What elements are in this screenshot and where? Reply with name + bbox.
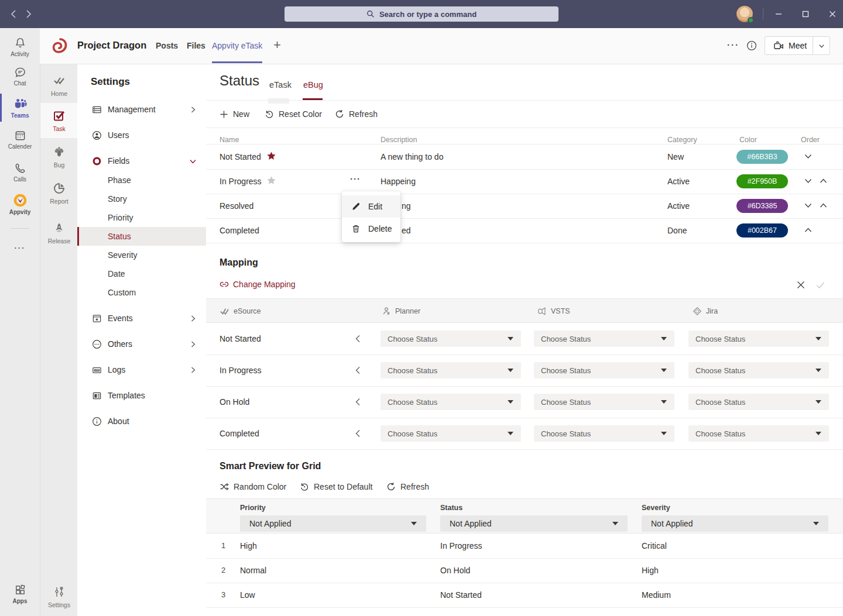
rail-item-chat[interactable]: Chat xyxy=(0,62,40,90)
active-tab-underline xyxy=(212,61,262,63)
channel-header: Project Dragon Posts Files Appvity eTask… xyxy=(40,28,843,64)
context-menu-edit[interactable]: Edit xyxy=(342,195,400,218)
settings-subitem-phase[interactable]: Phase xyxy=(77,171,206,190)
context-menu-delete[interactable]: Delete xyxy=(342,218,400,240)
row-more-button[interactable]: ··· xyxy=(350,174,361,184)
choose-status-dropdown[interactable]: Choose Status xyxy=(688,331,829,347)
settings-item-about[interactable]: About xyxy=(77,408,206,434)
priority-filter-dropdown[interactable]: Not Applied xyxy=(240,515,426,532)
settings-item-logs[interactable]: LOG Logs xyxy=(77,357,206,383)
tab-etask[interactable]: eTask xyxy=(269,80,292,90)
confirm-mapping-icon[interactable] xyxy=(815,280,825,290)
reset-to-default-button[interactable]: Reset to Default xyxy=(300,475,372,498)
rail-item-apps[interactable]: Apps xyxy=(0,580,40,608)
rail-item-activity[interactable]: Activity xyxy=(0,33,40,61)
forward-icon[interactable] xyxy=(22,8,34,20)
order-up-icon[interactable] xyxy=(804,226,813,234)
add-tab-button[interactable]: + xyxy=(273,37,281,53)
status-row[interactable]: Not Started A new thing to do New #66B3B… xyxy=(206,144,843,169)
mapping-column-vsts: VSTS xyxy=(537,299,570,324)
dropdown-arrow-icon xyxy=(661,337,667,340)
channel-more-button[interactable]: ··· xyxy=(727,40,739,50)
status-filter-dropdown[interactable]: Not Applied xyxy=(440,515,628,532)
order-up-icon[interactable] xyxy=(819,202,828,209)
settings-subitem-date[interactable]: Date xyxy=(77,264,206,283)
rail-item-calls[interactable]: Calls xyxy=(0,158,40,186)
module-item-bug[interactable]: Bug xyxy=(40,139,78,174)
random-color-button[interactable]: Random Color xyxy=(220,475,286,498)
order-down-icon[interactable] xyxy=(804,177,813,185)
pencil-icon xyxy=(351,202,361,211)
rail-more-button[interactable]: ··· xyxy=(0,243,40,252)
favorite-star-icon[interactable] xyxy=(266,151,276,161)
reset-color-button[interactable]: Reset Color xyxy=(265,101,322,128)
module-item-report[interactable]: Report xyxy=(40,175,78,211)
settings-subitem-custom[interactable]: Custom xyxy=(77,283,206,302)
settings-subitem-priority[interactable]: Priority xyxy=(77,208,206,227)
close-button[interactable] xyxy=(827,8,838,20)
smart-preview-title: Smart Preview for Grid xyxy=(220,461,321,472)
choose-status-dropdown[interactable]: Choose Status xyxy=(688,362,829,378)
choose-status-dropdown[interactable]: Choose Status xyxy=(534,331,674,347)
rail-item-teams[interactable]: Teams xyxy=(0,94,40,122)
back-icon[interactable] xyxy=(8,8,20,20)
settings-item-others[interactable]: Others xyxy=(77,331,206,357)
tab-appvity-etask[interactable]: Appvity eTask xyxy=(212,41,262,50)
choose-status-dropdown[interactable]: Choose Status xyxy=(534,362,674,378)
module-item-home[interactable]: Home xyxy=(40,68,78,103)
choose-status-dropdown[interactable]: Choose Status xyxy=(381,331,521,347)
settings-subitem-status[interactable]: Status xyxy=(77,227,206,246)
minimize-button[interactable] xyxy=(773,8,784,20)
tab-posts[interactable]: Posts xyxy=(156,41,178,50)
settings-item-users[interactable]: Users xyxy=(77,122,206,148)
settings-item-management[interactable]: Management xyxy=(77,97,206,122)
info-icon[interactable] xyxy=(746,40,757,51)
refresh-button[interactable]: Refresh xyxy=(386,475,429,498)
order-up-icon[interactable] xyxy=(819,177,828,185)
meet-button[interactable]: Meet xyxy=(765,37,813,54)
settings-item-fields[interactable]: Fields xyxy=(77,148,206,174)
color-pill[interactable]: #66B3B3 xyxy=(736,150,788,164)
rail-item-calendar[interactable]: Calender xyxy=(0,125,40,153)
avatar[interactable] xyxy=(736,6,753,22)
users-icon xyxy=(92,130,102,140)
maximize-button[interactable] xyxy=(800,8,811,20)
search-input[interactable]: Search or type a command xyxy=(285,6,558,22)
rail-item-appvity[interactable]: Appvity xyxy=(0,190,40,218)
module-item-task[interactable]: Task xyxy=(40,103,78,138)
management-icon xyxy=(92,105,102,115)
choose-status-dropdown[interactable]: Choose Status xyxy=(688,425,829,442)
choose-status-dropdown[interactable]: Choose Status xyxy=(534,425,674,442)
new-button[interactable]: New xyxy=(220,101,249,128)
tab-files[interactable]: Files xyxy=(187,41,205,50)
meet-dropdown-button[interactable] xyxy=(813,37,830,54)
dropdown-arrow-icon xyxy=(508,432,513,435)
change-mapping-link[interactable]: Change Mapping xyxy=(220,280,296,289)
module-item-settings[interactable]: Settings xyxy=(40,579,78,614)
order-down-icon[interactable] xyxy=(804,153,813,160)
refresh-button[interactable]: Refresh xyxy=(335,101,378,128)
severity-filter-dropdown[interactable]: Not Applied xyxy=(642,515,828,532)
tab-ebug[interactable]: eBug xyxy=(303,80,323,90)
choose-status-dropdown[interactable]: Choose Status xyxy=(534,394,674,410)
settings-item-events[interactable]: Events xyxy=(77,305,206,331)
settings-title: Settings xyxy=(91,76,130,88)
cancel-mapping-icon[interactable] xyxy=(796,280,806,290)
color-pill[interactable]: #2F950B xyxy=(736,174,788,188)
settings-subitem-severity[interactable]: Severity xyxy=(77,246,206,264)
choose-status-dropdown[interactable]: Choose Status xyxy=(381,425,521,442)
choose-status-dropdown[interactable]: Choose Status xyxy=(381,394,521,410)
choose-status-dropdown[interactable]: Choose Status xyxy=(381,362,521,378)
status-row[interactable]: In Progress ··· Happeing Active #2F950B xyxy=(206,169,843,194)
order-down-icon[interactable] xyxy=(804,202,813,209)
favorite-star-icon[interactable] xyxy=(266,175,276,185)
meet-label: Meet xyxy=(789,41,807,50)
status-row[interactable]: Completed ed Done #002B67 xyxy=(206,218,843,243)
module-item-release[interactable]: Release xyxy=(40,215,78,250)
color-pill[interactable]: #6D3385 xyxy=(736,199,788,213)
settings-item-templates[interactable]: Templates xyxy=(77,383,206,408)
color-pill[interactable]: #002B67 xyxy=(736,223,788,238)
settings-subitem-story[interactable]: Story xyxy=(77,190,206,208)
status-row[interactable]: Resolved ng Active #6D3385 xyxy=(206,194,843,218)
choose-status-dropdown[interactable]: Choose Status xyxy=(688,394,829,410)
